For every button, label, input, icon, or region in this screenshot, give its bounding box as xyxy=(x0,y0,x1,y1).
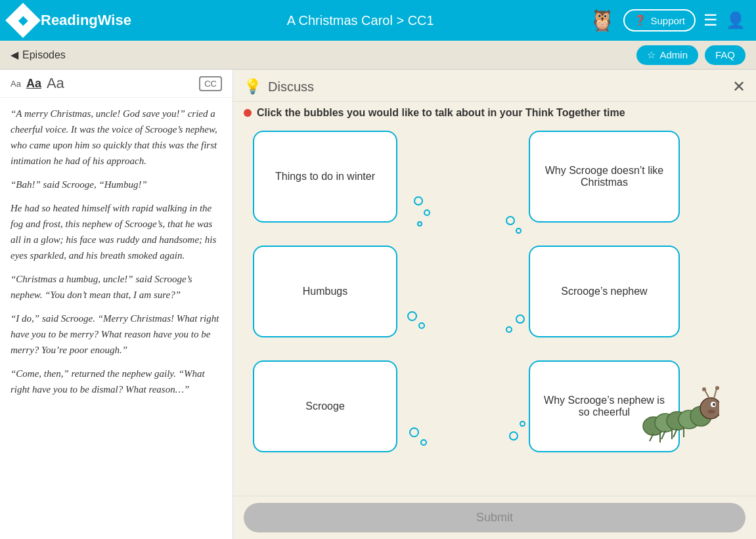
bubble-things-winter-label: Things to do in winter xyxy=(275,171,375,183)
instruction-bar: Click the bubbles you would like to talk… xyxy=(233,102,756,124)
faq-label: FAQ xyxy=(715,49,735,60)
paragraph-2: “Bah!” said Scrooge, “Humbug!” xyxy=(11,177,222,192)
svg-point-10 xyxy=(702,387,706,391)
font-controls: Aa Aa Aa CC xyxy=(0,70,233,98)
font-large[interactable]: Aa xyxy=(47,75,64,92)
deco-circle-13 xyxy=(520,421,525,427)
caterpillar-character xyxy=(640,380,719,452)
star-icon: ☆ xyxy=(647,49,656,61)
discuss-title-area: 💡 Discuss xyxy=(244,78,314,95)
red-dot xyxy=(244,109,252,117)
episodes-label: Episodes xyxy=(22,49,66,61)
reading-panel: Aa Aa Aa CC “A merry Christmas, uncle! G… xyxy=(0,70,233,539)
back-arrow-icon: ◀ xyxy=(11,49,18,61)
logo-diamond: ◆ xyxy=(5,3,41,38)
bubble-scrooges-nephew-label: Scrooge’s nephew xyxy=(561,286,647,297)
deco-circle-12 xyxy=(509,431,518,441)
top-navigation: ◆ ReadingWise A Christmas Carol > CC1 🦉 … xyxy=(0,0,756,41)
bubble-humbugs[interactable]: Humbugs xyxy=(253,246,397,337)
main-content: Aa Aa Aa CC “A merry Christmas, uncle! G… xyxy=(0,70,756,539)
logo-area: ◆ ReadingWise xyxy=(11,8,131,33)
close-button[interactable]: ✕ xyxy=(732,77,745,96)
sub-navigation: ◀ Episodes ☆ Admin FAQ xyxy=(0,41,756,70)
episodes-button[interactable]: ◀ Episodes xyxy=(11,49,66,61)
instruction-text: Click the bubbles you would like to talk… xyxy=(257,107,625,119)
font-size-options: Aa Aa Aa xyxy=(11,75,64,92)
sub-nav-right: ☆ Admin FAQ xyxy=(636,45,745,65)
svg-point-8 xyxy=(707,410,715,414)
discuss-header: 💡 Discuss ✕ xyxy=(233,70,756,102)
bubble-humbugs-label: Humbugs xyxy=(303,286,347,297)
bubble-scrooge-christmas[interactable]: Why Scrooge doesn’t like Christmas xyxy=(529,131,680,223)
deco-circle-3 xyxy=(417,221,422,226)
deco-circle-8 xyxy=(516,314,525,324)
admin-label: Admin xyxy=(659,49,688,60)
svg-line-11 xyxy=(714,389,717,399)
deco-circle-4 xyxy=(506,216,515,225)
bubble-scrooge-christmas-label: Why Scrooge doesn’t like Christmas xyxy=(538,165,671,188)
discuss-panel: 💡 Discuss ✕ Click the bubbles you would … xyxy=(233,70,756,539)
bubble-scrooge-label: Scrooge xyxy=(305,400,345,412)
admin-button[interactable]: ☆ Admin xyxy=(636,45,698,65)
menu-button[interactable]: ☰ xyxy=(703,11,718,30)
paragraph-1: “A merry Christmas, uncle! God save you!… xyxy=(11,106,222,169)
deco-circle-7 xyxy=(418,322,425,329)
deco-circle-6 xyxy=(407,311,417,321)
svg-point-7 xyxy=(713,403,715,406)
question-icon: ❓ xyxy=(634,14,646,26)
font-small[interactable]: Aa xyxy=(11,79,21,89)
paragraph-6: “Come, then,” returned the nephew gaily.… xyxy=(11,366,222,397)
nav-title: A Christmas Carol > CC1 xyxy=(139,13,582,28)
nav-right: 🦉 ❓ Support ☰ 👤 xyxy=(589,8,745,33)
app-name: ReadingWise xyxy=(41,12,131,29)
bubble-scrooge[interactable]: Scrooge xyxy=(253,360,397,452)
deco-circle-9 xyxy=(506,326,512,333)
deco-circle-2 xyxy=(424,209,430,216)
svg-point-5 xyxy=(700,398,719,419)
reading-text: “A merry Christmas, uncle! God save you!… xyxy=(0,98,233,539)
deco-circle-5 xyxy=(516,228,522,234)
submit-button[interactable]: Submit xyxy=(244,503,745,532)
logo-icon: ◆ xyxy=(18,13,28,28)
support-button[interactable]: ❓ Support xyxy=(623,9,696,32)
support-label: Support xyxy=(650,15,685,26)
deco-circle-10 xyxy=(409,427,419,437)
svg-point-12 xyxy=(715,386,719,390)
discuss-title: Discuss xyxy=(268,79,314,95)
bubble-area: Things to do in winter Why Scrooge doesn… xyxy=(233,124,756,496)
bubble-scrooges-nephew[interactable]: Scrooge’s nephew xyxy=(529,246,680,337)
submit-bar: Submit xyxy=(233,496,756,539)
paragraph-3: He had so heated himself with rapid walk… xyxy=(11,200,222,263)
paragraph-5: “I do,” said Scrooge. “Merry Christmas! … xyxy=(11,311,222,358)
bubble-things-winter[interactable]: Things to do in winter xyxy=(253,131,397,223)
deco-circle-11 xyxy=(420,439,427,446)
lightbulb-icon: 💡 xyxy=(244,78,261,95)
font-medium[interactable]: Aa xyxy=(26,77,41,91)
user-button[interactable]: 👤 xyxy=(726,11,745,30)
character-avatar: 🦉 xyxy=(589,8,615,33)
svg-line-9 xyxy=(705,390,709,399)
deco-circle-1 xyxy=(414,196,423,205)
paragraph-4: “Christmas a humbug, uncle!” said Scroog… xyxy=(11,271,222,303)
cc-badge: CC xyxy=(199,76,222,91)
faq-button[interactable]: FAQ xyxy=(705,45,745,65)
